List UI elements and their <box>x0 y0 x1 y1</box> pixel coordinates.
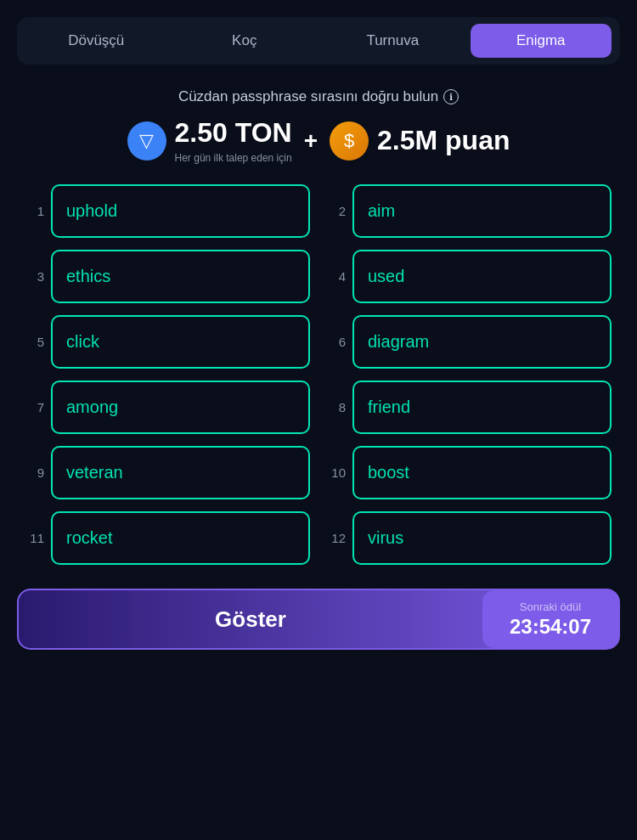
word-number-11: 11 <box>25 531 44 545</box>
word-box-8[interactable]: friend <box>352 381 612 434</box>
word-number-4: 4 <box>327 269 346 284</box>
word-item-5: 5 click <box>25 315 310 369</box>
words-grid: 1 uphold 2 aim 3 ethics 4 used 5 click 6… <box>17 184 620 565</box>
tab-dovuscu[interactable]: Dövüşçü <box>25 24 167 58</box>
tab-enigma[interactable]: Enigma <box>471 24 612 58</box>
info-icon[interactable]: ℹ <box>443 89 459 104</box>
ton-icon: ▽ <box>127 121 166 161</box>
word-box-10[interactable]: boost <box>352 446 612 499</box>
word-item-9: 9 veteran <box>25 446 310 499</box>
reward-row: ▽ 2.50 TON Her gün ilk talep eden için +… <box>17 117 620 164</box>
ton-symbol: ▽ <box>139 130 154 152</box>
header-section: Cüzdan passphrase sırasını doğru bulun ℹ… <box>17 88 620 164</box>
coin-symbol: $ <box>344 130 354 152</box>
word-number-9: 9 <box>25 465 44 480</box>
word-item-11: 11 rocket <box>25 511 310 565</box>
word-item-10: 10 boost <box>327 446 612 499</box>
word-number-1: 1 <box>25 204 44 218</box>
word-box-1[interactable]: uphold <box>51 184 310 238</box>
word-number-2: 2 <box>327 204 346 218</box>
header-title-text: Cüzdan passphrase sırasını doğru bulun <box>178 88 438 105</box>
word-box-11[interactable]: rocket <box>51 511 310 565</box>
word-number-10: 10 <box>327 465 346 480</box>
coin-amount: 2.5M puan <box>377 125 510 156</box>
word-number-8: 8 <box>327 400 346 414</box>
bottom-bar: Göster Sonraki ödül 23:54:07 <box>17 589 620 650</box>
timer-label: Sonraki ödül <box>520 600 581 613</box>
word-box-3[interactable]: ethics <box>51 250 310 303</box>
header-title: Cüzdan passphrase sırasını doğru bulun ℹ <box>17 88 620 105</box>
timer-value: 23:54:07 <box>510 615 591 639</box>
word-item-4: 4 used <box>327 250 612 303</box>
word-item-8: 8 friend <box>327 381 612 434</box>
word-item-1: 1 uphold <box>25 184 310 238</box>
ton-badge: ▽ 2.50 TON Her gün ilk talep eden için <box>127 117 292 164</box>
word-number-6: 6 <box>327 335 346 349</box>
coin-icon: $ <box>330 121 369 161</box>
word-number-3: 3 <box>25 269 44 284</box>
tab-koc[interactable]: Koç <box>174 24 316 58</box>
timer-section: Sonraki ödül 23:54:07 <box>482 590 618 648</box>
word-box-4[interactable]: used <box>352 250 612 303</box>
tab-bar: Dövüşçü Koç Turnuva Enigma <box>17 17 620 65</box>
word-item-2: 2 aim <box>327 184 612 238</box>
word-number-12: 12 <box>327 531 346 545</box>
word-number-5: 5 <box>25 335 44 349</box>
word-box-5[interactable]: click <box>51 315 310 369</box>
word-box-12[interactable]: virus <box>352 511 612 565</box>
word-item-12: 12 virus <box>327 511 612 565</box>
word-item-3: 3 ethics <box>25 250 310 303</box>
tab-turnuva[interactable]: Turnuva <box>322 24 464 58</box>
ton-amount: 2.50 TON <box>175 117 292 149</box>
word-box-6[interactable]: diagram <box>352 315 612 369</box>
word-number-7: 7 <box>25 400 44 414</box>
word-item-6: 6 diagram <box>327 315 612 369</box>
show-button[interactable]: Göster <box>19 590 482 648</box>
word-box-9[interactable]: veteran <box>51 446 310 499</box>
plus-sign: + <box>304 127 318 155</box>
word-box-2[interactable]: aim <box>352 184 612 238</box>
word-item-7: 7 among <box>25 381 310 434</box>
word-box-7[interactable]: among <box>51 381 310 434</box>
ton-subtitle: Her gün ilk talep eden için <box>175 152 292 164</box>
coin-badge: $ 2.5M puan <box>330 121 510 161</box>
